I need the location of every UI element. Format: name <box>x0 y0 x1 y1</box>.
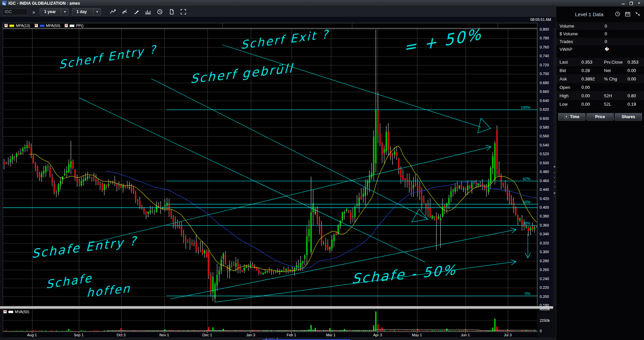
legend-close-icon[interactable]: ✕ <box>35 24 38 27</box>
expand-toolbar-button[interactable]: » <box>31 9 36 15</box>
chevron-down-icon[interactable]: ▾ <box>93 8 101 15</box>
quote-label: 52L <box>604 100 611 108</box>
quote-value: 0.353 <box>628 58 639 66</box>
month-label: Feb 1 <box>287 333 296 337</box>
range-dropdown[interactable]: 1 year ▾ <box>40 8 69 15</box>
stat-value: � <box>605 45 609 53</box>
title-bar: IGC - INDIA GLOBALIZATION : amex ✕ <box>0 0 644 7</box>
quote-label: Open <box>560 83 570 92</box>
document-icon[interactable] <box>168 8 175 15</box>
price-axis-scrollbar[interactable] <box>553 28 556 306</box>
legend-close-icon[interactable]: ✕ <box>65 24 68 27</box>
price-tick-label: 0.220 <box>540 285 549 290</box>
quote-value: 0.28 <box>581 66 590 75</box>
month-label: Nov 1 <box>159 333 169 337</box>
symbol-input[interactable] <box>3 8 28 15</box>
level1-quote-row: Last0.353Prv.Close0.353 <box>556 58 644 66</box>
scroll-down-icon[interactable] <box>553 193 556 194</box>
quote-label: 52H <box>604 92 612 100</box>
volume-chart[interactable] <box>3 309 538 332</box>
restore-button[interactable] <box>630 2 633 5</box>
volume-tick-label: 4500k <box>540 307 550 311</box>
price-tick-label: 0.320 <box>540 241 549 245</box>
line-chart-icon[interactable] <box>109 8 116 15</box>
minimize-button[interactable] <box>622 2 625 5</box>
legend-close-icon[interactable]: ✕ <box>3 310 7 313</box>
calendar-icon[interactable] <box>625 11 631 18</box>
horizontal-scrollbar[interactable]: ▲ ▪ ▪ ▪ ▪ ▼ <box>0 337 556 340</box>
price-tick-label: 0.660 <box>540 90 549 94</box>
price-tick-label: 0.740 <box>540 54 549 58</box>
panel-splitter[interactable] <box>0 306 553 309</box>
svg-text:= + 50%: = + 50% <box>403 29 482 57</box>
price-tick-label: 0.540 <box>540 143 549 147</box>
quote-label: Low <box>560 100 568 108</box>
price-tick-label: 0.780 <box>540 36 549 40</box>
quote-label: Ask <box>560 75 567 83</box>
scroll-dot <box>554 182 555 182</box>
price-tick-label: 0.680 <box>540 81 549 85</box>
legend-swatch <box>70 25 74 27</box>
window-title: IGC - INDIA GLOBALIZATION : amex <box>8 1 80 6</box>
toolbar-icon-group <box>109 8 187 15</box>
legend-divider <box>222 23 223 28</box>
price-tick-label: 0.200 <box>540 295 549 299</box>
range-dropdown-value: 1 year <box>40 9 61 14</box>
quote-value: 0.00 <box>581 92 590 100</box>
stat-label: Trades <box>560 38 573 45</box>
plus-icon: + <box>564 115 568 119</box>
fullscreen-icon[interactable] <box>180 8 187 15</box>
candlestick-chart[interactable]: 100%62%50%38%0%Scherf Entry ?Scherf Exit… <box>3 29 538 307</box>
tab-price[interactable]: Price <box>586 113 614 121</box>
level1-quote-row: High0.0052H0.80 <box>556 92 644 100</box>
price-tick-label: 0.380 <box>540 214 549 218</box>
price-tick-label: 0.480 <box>540 170 549 174</box>
clock-icon[interactable] <box>615 11 620 18</box>
price-tick-label: 0.560 <box>540 134 549 138</box>
quote-label: Last <box>560 58 568 66</box>
month-label: Sep 1 <box>74 333 84 337</box>
price-chart-plot[interactable]: 100%62%50%38%0%Scherf Entry ?Scherf Exit… <box>3 28 537 306</box>
quote-label: Net <box>604 66 611 75</box>
stat-value: 0 <box>605 38 607 45</box>
clock-icon[interactable] <box>156 8 164 15</box>
draw-line-icon[interactable] <box>121 8 128 15</box>
interval-dropdown[interactable]: 1 day ▾ <box>72 8 101 15</box>
collapse-icon[interactable] <box>635 11 641 18</box>
volume-tick-label: 0 <box>540 329 542 333</box>
svg-text:0%: 0% <box>525 292 530 296</box>
brush-icon[interactable] <box>133 8 140 15</box>
legend-close-icon[interactable]: ✕ <box>4 24 8 27</box>
volume-panel[interactable] <box>3 309 537 332</box>
current-time-label: 08:05:51 AM <box>530 18 551 22</box>
price-tick-label: 0.720 <box>540 63 549 67</box>
volume-legend: ✕MVA(50) <box>3 309 32 314</box>
price-tick-label: 0.620 <box>540 107 549 111</box>
legend-swatch <box>40 25 44 27</box>
histogram-icon[interactable] <box>144 8 152 15</box>
price-axis[interactable]: 0.8000.7800.7600.7400.7200.7000.6800.660… <box>538 23 553 309</box>
legend-swatch <box>9 25 14 27</box>
tab-shares[interactable]: Shares <box>615 113 642 121</box>
chevron-down-icon[interactable]: ▾ <box>61 8 68 15</box>
month-label: Mar 1 <box>326 333 335 337</box>
scroll-up-icon[interactable] <box>553 166 556 167</box>
month-label: Dec 1 <box>203 333 212 337</box>
app-window: IGC - INDIA GLOBALIZATION : amex ✕ » 1 y… <box>0 0 644 340</box>
month-label: May 1 <box>412 333 422 337</box>
tab-time[interactable]: +Time <box>558 113 585 121</box>
interval-dropdown-value: 1 day <box>72 9 93 14</box>
quote-value: 0.00 <box>628 75 636 83</box>
month-label: Jan 3 <box>246 333 255 337</box>
scroll-dot <box>554 186 555 187</box>
quote-label: Bid <box>560 66 566 75</box>
price-tick-label: 0.760 <box>540 45 549 49</box>
close-button[interactable]: ✕ <box>638 1 641 5</box>
stat-label: $ Volume <box>560 30 578 38</box>
price-tick-label: 0.800 <box>540 27 549 31</box>
level1-panel: Level 1 Data Volume0$ Volume0Trades0VWAP… <box>556 7 644 340</box>
level1-quote-row: Low0.0052L0.19 <box>556 100 644 108</box>
price-tick-label: 0.580 <box>540 125 549 129</box>
quote-label: % Chg <box>604 75 617 83</box>
month-label: Apr 3 <box>373 333 382 337</box>
